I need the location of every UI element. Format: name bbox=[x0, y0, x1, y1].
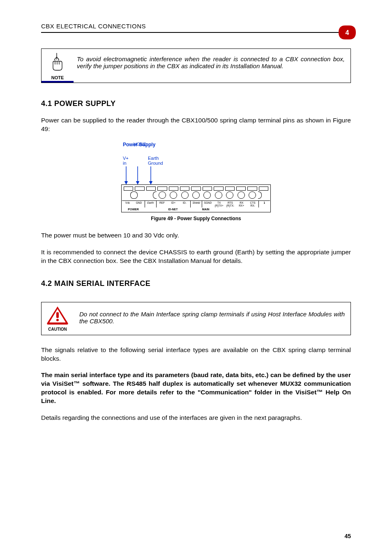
note-callout: NOTE To avoid electromagnetic interferen… bbox=[41, 48, 351, 83]
para-details: Details regarding the connections and us… bbox=[41, 414, 351, 422]
pointing-hand-icon bbox=[49, 52, 66, 72]
figure-49-caption: Figure 49 - Power Supply Connections bbox=[41, 216, 351, 221]
chapter-badge: 4 bbox=[339, 24, 356, 41]
chapter-number-text: 4 bbox=[346, 29, 349, 36]
note-icon-column: NOTE bbox=[42, 49, 74, 83]
document-page: CBX ELECTRICAL CONNECTIONS 4 NOTE bbox=[0, 0, 392, 555]
header-rule-wrap: 4 bbox=[41, 32, 351, 33]
para-chassis: It is recommended to connect the device … bbox=[41, 248, 351, 265]
note-text: To avoid electromagnetic interference wh… bbox=[74, 49, 350, 76]
caution-icon-column: CAUTION bbox=[42, 302, 74, 335]
para-voltage: The power must be between 10 and 30 Vdc … bbox=[41, 231, 351, 240]
svg-point-4 bbox=[56, 319, 59, 321]
terminal-strip: Vdc GND Earth REF ID+ ID- Shield SGND TX… bbox=[121, 184, 271, 212]
para-interface-bold: The main serial interface type and its p… bbox=[41, 371, 351, 405]
fig-arrows bbox=[121, 166, 269, 184]
fig-earth-label: Earth Ground bbox=[148, 156, 163, 166]
figure-49: Power Supply VGND V+ in Earth Ground bbox=[41, 142, 351, 212]
section-4-1-intro: Power can be supplied to the reader thro… bbox=[41, 116, 351, 134]
header-title: CBX ELECTRICAL CONNECTIONS bbox=[41, 23, 146, 30]
caution-label: CAUTION bbox=[42, 327, 73, 332]
fig-vgnd-label: VGND bbox=[134, 142, 147, 147]
section-4-1-heading: 4.1 POWER SUPPLY bbox=[41, 99, 351, 108]
page-number: 45 bbox=[344, 533, 351, 539]
warning-triangle-icon bbox=[46, 306, 69, 325]
caution-text: Do not connect to the Main Interface spr… bbox=[74, 302, 350, 333]
note-underline bbox=[42, 81, 74, 83]
para-signals: The signals relative to the following se… bbox=[41, 346, 351, 363]
header-rule bbox=[41, 32, 351, 33]
fig-vin-label: V+ in bbox=[123, 156, 129, 166]
caution-callout: CAUTION Do not connect to the Main Inter… bbox=[41, 302, 351, 335]
svg-rect-3 bbox=[56, 312, 59, 318]
page-header: CBX ELECTRICAL CONNECTIONS bbox=[41, 23, 351, 30]
note-label: NOTE bbox=[43, 75, 72, 80]
section-4-2-heading: 4.2 MAIN SERIAL INTERFACE bbox=[41, 279, 351, 288]
